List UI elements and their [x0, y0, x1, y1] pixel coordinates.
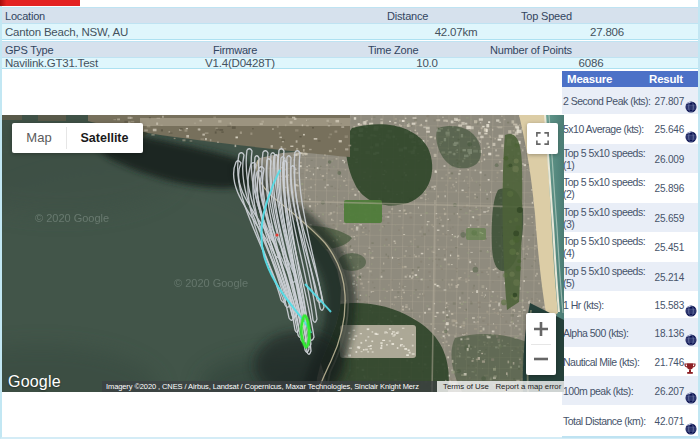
svg-text:© 2020 Google: © 2020 Google — [174, 277, 248, 289]
svg-text:© 2020 Google: © 2020 Google — [35, 212, 109, 224]
